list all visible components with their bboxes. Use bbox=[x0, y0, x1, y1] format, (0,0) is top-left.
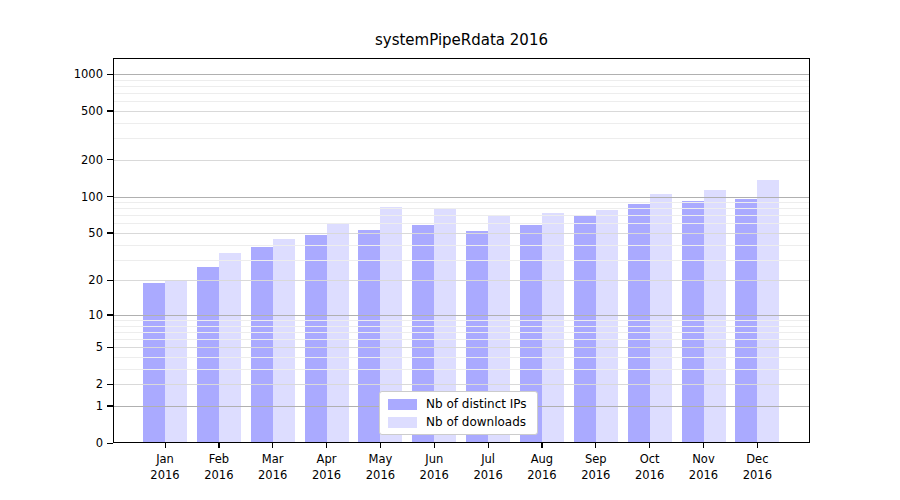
y-axis-tick bbox=[107, 314, 113, 315]
bar-distinct-ips bbox=[143, 283, 165, 443]
gridline bbox=[113, 74, 810, 75]
y-axis-tick-label: 0 bbox=[23, 436, 103, 450]
legend-item-distinct-ips: Nb of distinct IPs bbox=[388, 397, 527, 411]
x-axis-tick-label: Aug2016 bbox=[512, 451, 572, 483]
gridline bbox=[113, 320, 810, 321]
chart-title: systemPipeRdata 2016 bbox=[113, 31, 810, 49]
bar-downloads bbox=[273, 239, 295, 443]
y-axis-tick bbox=[107, 74, 113, 75]
gridline bbox=[113, 369, 810, 370]
bar-downloads bbox=[327, 224, 349, 443]
y-axis-tick bbox=[107, 347, 113, 348]
y-axis-tick-label: 5 bbox=[23, 340, 103, 354]
bar-distinct-ips bbox=[197, 267, 219, 443]
y-axis-tick bbox=[107, 280, 113, 281]
gridline bbox=[113, 245, 810, 246]
y-axis-tick bbox=[107, 196, 113, 197]
gridline bbox=[113, 215, 810, 216]
x-axis-tick-label: Nov2016 bbox=[674, 451, 734, 483]
chart-canvas: systemPipeRdata 2016 Nb of distinct IPs … bbox=[0, 0, 900, 500]
gridline bbox=[113, 223, 810, 224]
gridline bbox=[113, 123, 810, 124]
y-axis-tick-label: 20 bbox=[23, 273, 103, 287]
legend-swatch-distinct-ips bbox=[388, 399, 417, 410]
y-axis-tick-label: 500 bbox=[23, 104, 103, 118]
x-axis-tick bbox=[541, 443, 542, 448]
x-axis-tick-label: Sep2016 bbox=[566, 451, 626, 483]
gridline bbox=[113, 280, 810, 281]
bar-distinct-ips bbox=[574, 216, 596, 443]
y-axis-tick-label: 100 bbox=[23, 190, 103, 204]
y-axis-tick-label: 1 bbox=[23, 399, 103, 413]
gridline bbox=[113, 202, 810, 203]
x-axis-tick-label: Oct2016 bbox=[620, 451, 680, 483]
y-axis-tick bbox=[107, 110, 113, 111]
x-axis-tick-label: Mar2016 bbox=[243, 451, 303, 483]
x-axis-tick-label: Apr2016 bbox=[297, 451, 357, 483]
x-axis-tick bbox=[434, 443, 435, 448]
legend-swatch-downloads bbox=[388, 417, 417, 428]
y-axis-tick-label: 10 bbox=[23, 308, 103, 322]
x-axis-tick-label: May2016 bbox=[350, 451, 410, 483]
x-axis-tick bbox=[272, 443, 273, 448]
y-axis-tick-label: 50 bbox=[23, 226, 103, 240]
legend: Nb of distinct IPs Nb of downloads bbox=[379, 391, 538, 435]
gridline bbox=[113, 326, 810, 327]
x-axis-tick bbox=[218, 443, 219, 448]
x-axis-tick bbox=[757, 443, 758, 448]
y-axis-tick-label: 1000 bbox=[23, 67, 103, 81]
x-axis-tick-label: Feb2016 bbox=[189, 451, 249, 483]
y-axis-tick-label: 2 bbox=[23, 377, 103, 391]
gridline bbox=[113, 197, 810, 198]
gridline bbox=[113, 315, 810, 316]
y-axis-tick bbox=[107, 443, 113, 444]
gridline bbox=[113, 260, 810, 261]
legend-item-downloads: Nb of downloads bbox=[388, 415, 527, 429]
bar-downloads bbox=[542, 213, 564, 443]
bar-distinct-ips bbox=[358, 230, 380, 443]
gridline bbox=[113, 111, 810, 112]
gridline bbox=[113, 93, 810, 94]
gridline bbox=[113, 138, 810, 139]
x-axis-tick-label: Jul2016 bbox=[458, 451, 518, 483]
gridline bbox=[113, 332, 810, 333]
x-axis-tick-label: Jan2016 bbox=[135, 451, 195, 483]
gridline bbox=[113, 233, 810, 234]
gridline bbox=[113, 347, 810, 348]
y-axis-tick-label: 200 bbox=[23, 153, 103, 167]
gridline bbox=[113, 208, 810, 209]
gridline bbox=[113, 357, 810, 358]
x-axis-tick bbox=[703, 443, 704, 448]
bar-distinct-ips bbox=[628, 204, 650, 443]
legend-label-distinct-ips: Nb of distinct IPs bbox=[426, 397, 527, 411]
x-axis-tick-label: Dec2016 bbox=[727, 451, 787, 483]
x-axis-tick bbox=[649, 443, 650, 448]
gridline bbox=[113, 86, 810, 87]
y-axis-tick bbox=[107, 159, 113, 160]
bar-downloads bbox=[165, 280, 187, 443]
y-axis-tick bbox=[107, 384, 113, 385]
x-axis-tick bbox=[380, 443, 381, 448]
x-axis-tick bbox=[165, 443, 166, 448]
x-axis-tick bbox=[595, 443, 596, 448]
gridline bbox=[113, 384, 810, 385]
gridline bbox=[113, 339, 810, 340]
x-axis-tick bbox=[326, 443, 327, 448]
gridline bbox=[113, 80, 810, 81]
y-axis-tick bbox=[107, 232, 113, 233]
gridline bbox=[113, 101, 810, 102]
legend-label-downloads: Nb of downloads bbox=[426, 415, 526, 429]
bar-downloads bbox=[757, 180, 779, 443]
gridline bbox=[113, 160, 810, 161]
x-axis-tick-label: Jun2016 bbox=[404, 451, 464, 483]
plot-area bbox=[113, 58, 810, 443]
x-axis-tick bbox=[488, 443, 489, 448]
bar-distinct-ips bbox=[251, 247, 273, 443]
y-axis-tick bbox=[107, 405, 113, 406]
